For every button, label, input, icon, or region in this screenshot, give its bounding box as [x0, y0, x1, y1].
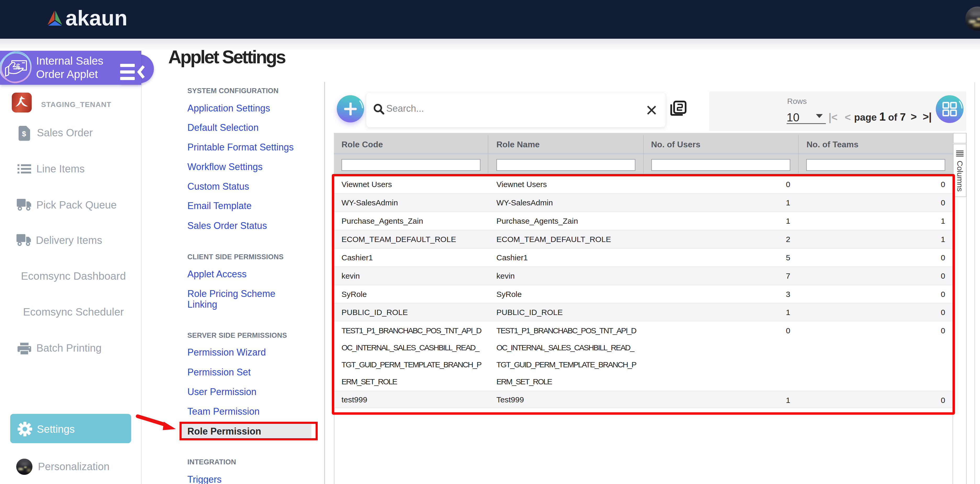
svg-text:$: $: [16, 62, 20, 70]
svg-text:$: $: [22, 130, 26, 138]
